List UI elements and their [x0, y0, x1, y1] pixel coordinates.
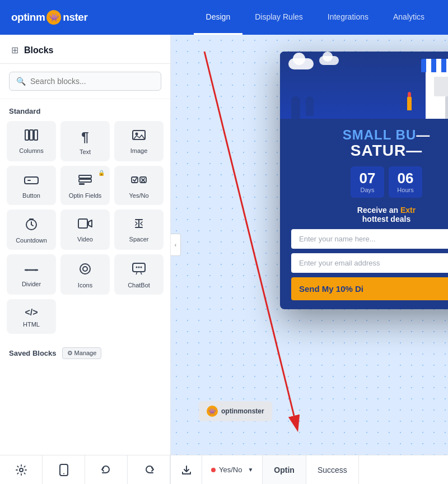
blocks-grid-icon: ⊞ [11, 45, 18, 55]
divider-icon [24, 263, 39, 277]
optin-tab-label: Optin [274, 466, 295, 474]
svg-rect-1 [30, 130, 33, 140]
search-input[interactable] [30, 77, 154, 86]
svg-point-18 [136, 267, 138, 268]
svg-point-15 [80, 264, 90, 274]
block-video[interactable]: Video [60, 210, 110, 250]
manage-button[interactable]: ⚙ Manage [62, 347, 102, 359]
block-columns[interactable]: Columns [7, 121, 56, 161]
block-spacer[interactable]: Spacer [114, 210, 164, 250]
block-countdown-label: Countdown [16, 237, 47, 244]
svg-rect-7 [79, 179, 91, 182]
undo-button[interactable] [85, 455, 128, 484]
mobile-preview-button[interactable] [43, 455, 85, 484]
tab-design[interactable]: Design [194, 0, 243, 35]
saved-blocks-section: Saved Blocks ⚙ Manage [0, 339, 170, 365]
columns-icon [25, 129, 38, 144]
block-icons[interactable]: Icons [60, 254, 110, 295]
block-countdown[interactable]: Countdown [7, 210, 56, 250]
popup-title-line1: SMALL BU— [291, 128, 448, 142]
block-image-label: Image [130, 147, 148, 154]
svg-rect-8 [79, 183, 85, 185]
block-yes-no[interactable]: Yes/No [114, 166, 164, 205]
block-divider[interactable]: Divider [7, 254, 56, 295]
search-icon: 🔍 [16, 77, 26, 86]
undo-icon [101, 465, 112, 475]
popup-body: SMALL BU— SATUR— 07 Days 06 Hours Receiv… [280, 119, 448, 309]
countdown-days: 07 Days [351, 166, 384, 198]
mobile-icon [59, 464, 68, 476]
settings-icon [16, 464, 27, 476]
sidebar-header: ⊞ Blocks [0, 35, 170, 64]
app-logo: optinm👾nster [11, 10, 87, 25]
svg-rect-5 [25, 177, 38, 184]
tab-integrations[interactable]: Integrations [315, 0, 381, 35]
svg-rect-2 [34, 130, 38, 140]
svg-point-16 [83, 267, 87, 271]
yes-no-icon [131, 174, 147, 189]
optin-fields-icon [78, 174, 92, 189]
block-image[interactable]: Image [114, 121, 164, 161]
search-input-wrap[interactable]: 🔍 [9, 72, 161, 91]
save-icon [181, 464, 192, 476]
svg-point-19 [138, 267, 140, 268]
block-optin-fields[interactable]: 🔒 Optin Fields [60, 166, 110, 205]
optin-tab-button[interactable]: Optin [263, 455, 306, 484]
redo-icon [143, 465, 155, 475]
svg-rect-6 [79, 175, 91, 178]
bottom-bar: Yes/No ▼ Optin Success [0, 455, 448, 484]
block-text[interactable]: ¶ Text [60, 121, 110, 161]
popup-name-input: Enter your name here... [291, 229, 448, 249]
popup-email-input: Enter your email address [291, 253, 448, 273]
video-icon [78, 218, 92, 232]
blocks-sidebar: ⊞ Blocks 🔍 Standard Columns [0, 35, 171, 455]
svg-point-4 [136, 133, 138, 136]
block-video-label: Video [77, 236, 93, 243]
collapse-sidebar-button[interactable]: ‹ [171, 234, 181, 256]
top-navigation: optinm👾nster Design Display Rules Integr… [0, 0, 448, 35]
block-icons-label: Icons [78, 282, 92, 288]
save-button[interactable] [171, 455, 202, 484]
block-spacer-label: Spacer [129, 236, 149, 243]
tab-display-rules[interactable]: Display Rules [242, 0, 315, 35]
block-html[interactable]: </> HTML [7, 299, 56, 334]
popup-highlight: Extr [400, 206, 416, 215]
countdown-hours: 06 Hours [389, 166, 422, 198]
chevron-down-icon: ▼ [248, 467, 253, 473]
block-divider-label: Divider [22, 281, 41, 287]
canvas-area: ‹ [171, 35, 448, 455]
svg-point-25 [63, 473, 64, 474]
block-html-label: HTML [23, 321, 40, 328]
settings-button[interactable] [0, 455, 43, 484]
block-button[interactable]: Button [7, 166, 56, 205]
block-chatbot-label: ChatBot [128, 282, 150, 288]
button-icon [24, 174, 39, 189]
block-button-label: Button [22, 192, 40, 199]
standard-section-label: Standard [0, 99, 170, 121]
svg-point-13 [26, 269, 28, 271]
spacer-icon [132, 218, 146, 232]
blocks-grid: Columns ¶ Text Image [0, 121, 170, 339]
svg-point-20 [141, 267, 142, 268]
saved-blocks-label: Saved Blocks [9, 349, 57, 357]
svg-rect-12 [78, 219, 87, 228]
bottom-right-actions: Yes/No ▼ Optin Success [171, 455, 448, 484]
block-optin-fields-label: Optin Fields [69, 192, 102, 199]
countdown-row: 07 Days 06 Hours [291, 166, 448, 198]
success-tab-button[interactable]: Success [306, 455, 359, 484]
redo-button[interactable] [128, 455, 170, 484]
html-icon: </> [25, 308, 38, 318]
image-icon [132, 129, 146, 144]
yes-no-tab-button[interactable]: Yes/No ▼ [202, 455, 263, 484]
popup-header-image [280, 52, 448, 119]
block-chatbot[interactable]: ChatBot [114, 254, 164, 295]
popup-description: Receive an Extrhottest deals [291, 206, 448, 224]
yes-no-status-dot [211, 468, 216, 472]
nav-tabs: Design Display Rules Integrations Analyt… [194, 0, 437, 35]
tab-analytics[interactable]: Analytics [381, 0, 437, 35]
chatbot-icon [132, 263, 146, 278]
popup-preview: SMALL BU— SATUR— 07 Days 06 Hours Receiv… [280, 52, 448, 309]
sidebar-title: Blocks [24, 45, 53, 55]
icons-icon [79, 263, 91, 278]
block-yes-no-label: Yes/No [129, 192, 148, 199]
